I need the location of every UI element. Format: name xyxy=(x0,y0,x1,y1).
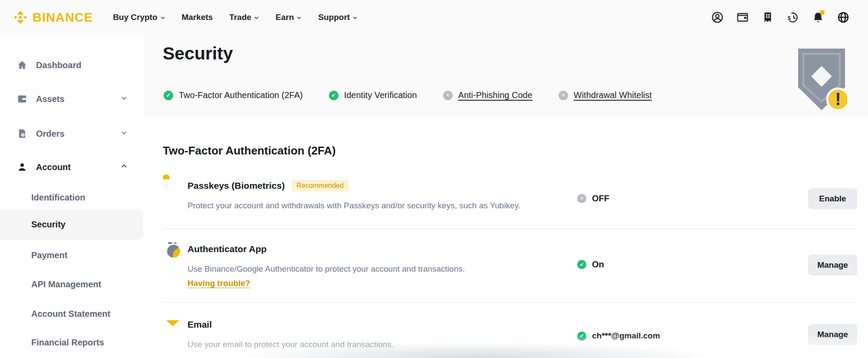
svg-text:$: $ xyxy=(788,15,791,21)
binance-security-page: BINANCE Buy Crypto Markets Trade Earn Su… xyxy=(0,0,868,358)
passkeys-status: ✕ OFF xyxy=(577,194,609,204)
status-text: OFF xyxy=(592,194,609,204)
chevron-down-icon xyxy=(352,15,358,20)
nav-label: Buy Crypto xyxy=(113,13,157,22)
sidebar-subitem-label: Identification xyxy=(31,193,85,203)
row-title-line: Authenticator App xyxy=(187,244,266,254)
sidebar: Dashboard Assets Orders xyxy=(0,35,144,358)
sidebar-item-account[interactable]: Account xyxy=(0,158,143,177)
security-checklist: ✔ Two-Factor Authentication (2FA) ✔ Iden… xyxy=(164,90,652,100)
check-label-link[interactable]: Anti-Phishing Code xyxy=(458,90,533,100)
twofa-section-heading: Two-Factor Authentication (2FA) xyxy=(163,144,336,158)
sidebar-subitem-label: Account Statement xyxy=(31,309,110,319)
nav-label: Support xyxy=(318,13,350,22)
binance-logo[interactable]: BINANCE xyxy=(13,10,93,25)
person-icon xyxy=(16,161,28,173)
profile-icon[interactable] xyxy=(711,11,724,24)
check-label-link[interactable]: Withdrawal Whitelist xyxy=(574,90,652,100)
sidebar-subitem-label: API Management xyxy=(31,279,101,289)
sidebar-subitem-label: Payment xyxy=(31,250,67,260)
assets-wallet-icon xyxy=(16,93,28,105)
building-icon[interactable] xyxy=(761,11,774,24)
sidebar-item-account-statement[interactable]: Account Statement xyxy=(0,304,143,323)
sidebar-item-financial-reports[interactable]: Financial Reports xyxy=(0,333,143,352)
check-circle-icon: ✔ xyxy=(329,91,339,100)
main-nav: Buy Crypto Markets Trade Earn Support xyxy=(113,13,358,22)
row-title: Passkeys (Biometrics) xyxy=(187,181,285,191)
nav-earn[interactable]: Earn xyxy=(276,13,302,22)
security-shield-illustration: ! xyxy=(796,47,847,113)
manage-email-button[interactable]: Manage xyxy=(808,324,857,345)
status-text: On xyxy=(592,259,604,269)
sidebar-item-security[interactable]: Security xyxy=(0,209,143,240)
row-title: Email xyxy=(187,319,212,330)
home-icon xyxy=(16,59,28,71)
check-two-factor: ✔ Two-Factor Authentication (2FA) xyxy=(164,90,303,100)
sidebar-item-label: Assets xyxy=(36,94,65,104)
having-trouble-link[interactable]: Having trouble? xyxy=(187,279,250,288)
enable-passkeys-button[interactable]: Enable xyxy=(808,188,857,209)
row-description: Use your email to protect your account a… xyxy=(187,340,394,349)
nav-support[interactable]: Support xyxy=(318,13,358,22)
sidebar-subitem-label: Security xyxy=(31,220,66,230)
divider xyxy=(163,302,857,303)
check-identity-verification: ✔ Identity Verification xyxy=(329,90,417,100)
page-title: Security xyxy=(163,43,233,64)
check-circle-icon: ✔ xyxy=(577,260,586,269)
nav-label: Trade xyxy=(229,13,251,22)
chevron-down-icon xyxy=(254,15,259,20)
sidebar-item-label: Orders xyxy=(36,129,65,139)
row-description: Use Binance/Google Authenticator to prot… xyxy=(187,264,465,274)
email-status: ✔ ch***@gmail.com xyxy=(577,331,660,341)
notifications-icon[interactable] xyxy=(812,11,825,24)
language-icon[interactable] xyxy=(837,11,850,24)
sidebar-item-label: Account xyxy=(36,162,71,172)
order-history-icon[interactable]: $ xyxy=(786,11,799,24)
chevron-down-icon xyxy=(121,129,128,138)
row-title-line: Email xyxy=(187,319,212,330)
check-circle-icon: ✔ xyxy=(164,91,173,100)
orders-icon xyxy=(16,128,28,139)
sidebar-item-api-management[interactable]: API Management xyxy=(0,275,143,294)
row-description: Protect your account and withdrawals wit… xyxy=(187,201,520,210)
sidebar-subitem-label: Financial Reports xyxy=(31,338,104,348)
manage-authenticator-button[interactable]: Manage xyxy=(808,255,857,276)
top-navbar: BINANCE Buy Crypto Markets Trade Earn Su… xyxy=(0,0,868,35)
divider xyxy=(163,228,857,229)
sidebar-item-orders[interactable]: Orders xyxy=(0,124,143,143)
check-circle-icon: ✔ xyxy=(577,332,586,341)
binance-logo-icon xyxy=(13,10,28,25)
sidebar-item-dashboard[interactable]: Dashboard xyxy=(0,56,143,75)
sidebar-item-assets[interactable]: Assets xyxy=(0,89,143,108)
chevron-down-icon xyxy=(121,95,128,103)
sidebar-item-payment[interactable]: Payment xyxy=(0,246,143,265)
cross-circle-icon: ✕ xyxy=(443,91,453,100)
status-text: ch***@gmail.com xyxy=(592,331,660,341)
recommended-badge: Recommended xyxy=(292,180,349,191)
row-title-line: Passkeys (Biometrics) Recommended xyxy=(187,180,349,191)
check-label: Identity Verification xyxy=(344,90,417,100)
svg-text:!: ! xyxy=(835,89,841,108)
nav-markets[interactable]: Markets xyxy=(182,13,213,22)
cross-circle-icon: ✕ xyxy=(577,194,586,203)
sidebar-item-identification[interactable]: Identification xyxy=(0,188,143,207)
nav-trade[interactable]: Trade xyxy=(229,13,259,22)
check-anti-phishing-code[interactable]: ✕ Anti-Phishing Code xyxy=(443,90,533,100)
cross-circle-icon: ✕ xyxy=(559,91,568,100)
nav-buy-crypto[interactable]: Buy Crypto xyxy=(113,13,165,22)
wallet-icon[interactable] xyxy=(736,11,749,24)
shield-warning-icon: ! xyxy=(796,47,847,113)
check-label: Two-Factor Authentication (2FA) xyxy=(179,90,303,100)
brand-name: BINANCE xyxy=(33,10,93,25)
chevron-down-icon xyxy=(296,15,302,20)
navbar-icons: $ xyxy=(711,11,855,24)
row-title: Authenticator App xyxy=(187,244,266,254)
security-header-band: Security ✔ Two-Factor Authentication (2F… xyxy=(144,35,868,116)
check-withdrawal-whitelist[interactable]: ✕ Withdrawal Whitelist xyxy=(559,90,652,100)
authenticator-status: ✔ On xyxy=(577,259,604,269)
nav-label: Earn xyxy=(276,13,294,22)
nav-label: Markets xyxy=(182,13,213,22)
sidebar-item-label: Dashboard xyxy=(36,60,81,70)
notification-dot xyxy=(820,10,825,15)
chevron-down-icon xyxy=(160,15,165,20)
